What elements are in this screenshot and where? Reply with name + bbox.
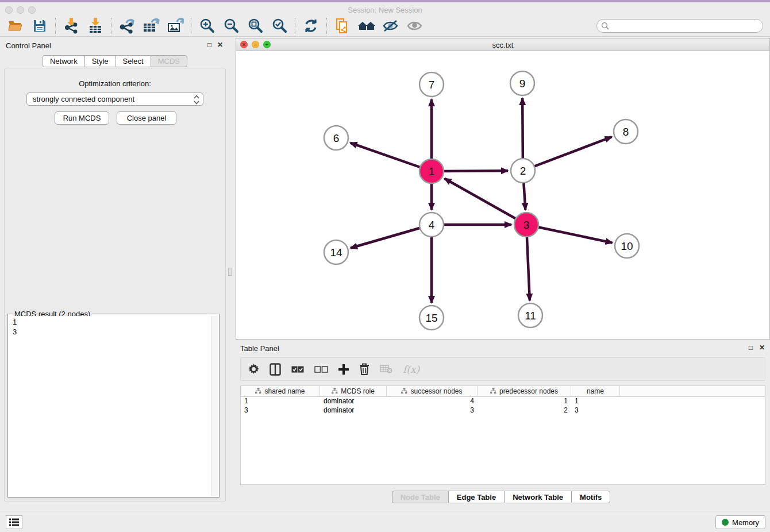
node-label-11: 11 (525, 310, 536, 322)
add-column-icon[interactable] (338, 364, 349, 375)
clone-network-icon[interactable] (333, 17, 352, 34)
tab-edge-table[interactable]: Edge Table (448, 491, 504, 503)
app-titlebar: Session: New Session (0, 0, 770, 15)
edge-1-6[interactable] (351, 143, 432, 171)
column-label: predecessor nodes (499, 387, 558, 395)
column-label: successor nodes (410, 387, 462, 395)
table-cell[interactable]: 3 (571, 406, 620, 415)
table-cell[interactable]: 3 (387, 406, 478, 415)
result-scrollbar[interactable] (211, 316, 218, 496)
table-cell[interactable]: 1 (241, 397, 320, 406)
table-rows: 1dominator4113dominator323 (241, 397, 765, 415)
open-session-icon[interactable] (6, 17, 25, 34)
mcds-result-text[interactable]: 13 (9, 316, 211, 496)
float-panel-icon[interactable]: □ (207, 41, 211, 49)
toolbar-separator (111, 18, 111, 34)
tab-network[interactable]: Network (43, 55, 84, 67)
column-header-shared-name[interactable]: shared name (241, 386, 320, 396)
memory-status-icon (722, 519, 729, 526)
hide-selected-icon[interactable] (381, 17, 401, 34)
save-session-icon[interactable] (30, 17, 49, 34)
chevron-updown-icon (193, 94, 200, 107)
deselect-all-rows-icon[interactable] (314, 366, 328, 373)
column-header-name[interactable]: name (571, 386, 620, 396)
memory-button[interactable]: Memory (715, 515, 765, 529)
control-panel-title: Control Panel (6, 41, 51, 50)
run-mcds-button[interactable]: Run MCDS (55, 111, 109, 125)
optimization-criterion-label: Optimization criterion: (5, 79, 225, 88)
table-cell[interactable]: dominator (320, 397, 387, 406)
zoom-selected-icon[interactable] (270, 17, 289, 34)
import-table-icon[interactable] (86, 17, 105, 34)
edge-3-1[interactable] (445, 179, 526, 225)
node-label-4: 4 (429, 219, 435, 231)
table-cell[interactable]: 3 (241, 406, 320, 415)
network-view-window: ✕ − + scc.txt 1234678910111415 (236, 38, 770, 340)
table-cell[interactable]: 4 (387, 397, 478, 406)
session-title: Session: New Session (0, 6, 770, 14)
table-row[interactable]: 1dominator411 (241, 397, 765, 406)
export-network-icon[interactable] (117, 17, 137, 34)
function-builder-icon[interactable]: f(x) (403, 364, 419, 375)
column-label: name (587, 387, 604, 395)
zoom-out-icon[interactable] (221, 17, 241, 34)
node-table: shared nameMCDS rolesuccessor nodesprede… (240, 385, 765, 485)
table-cell[interactable]: 1 (478, 397, 571, 406)
node-label-10: 10 (621, 240, 633, 252)
table-cell[interactable]: 1 (571, 397, 620, 406)
tab-node-table[interactable]: Node Table (392, 491, 448, 503)
edge-3-10[interactable] (526, 225, 613, 243)
tab-network-table[interactable]: Network Table (504, 491, 571, 503)
toolbar-separator (55, 18, 56, 34)
main-toolbar (0, 15, 770, 37)
float-panel-icon[interactable]: □ (749, 344, 753, 352)
task-history-button[interactable] (6, 515, 22, 529)
network-window-titlebar[interactable]: ✕ − + scc.txt (236, 38, 769, 51)
first-neighbors-icon[interactable] (357, 17, 376, 34)
tab-select[interactable]: Select (116, 55, 151, 67)
column-header-successor-nodes[interactable]: successor nodes (387, 386, 478, 396)
gear-icon[interactable] (248, 364, 259, 375)
control-panel: Control Panel □ ✕ NetworkStyleSelectMCDS… (0, 38, 230, 504)
column-header-MCDS-role[interactable]: MCDS role (320, 386, 387, 396)
table-cell[interactable]: 2 (478, 406, 571, 415)
mcds-result-box: MCDS result (2 nodes) 13 (7, 314, 220, 498)
criterion-value: strongly connected component (33, 95, 134, 103)
close-panel-icon[interactable]: ✕ (759, 344, 765, 352)
zoom-fit-icon[interactable] (245, 17, 265, 34)
tab-style[interactable]: Style (84, 55, 116, 67)
zoom-in-icon[interactable] (197, 17, 217, 34)
network-graph-canvas[interactable]: 1234678910111415 (236, 51, 769, 339)
column-type-icon (401, 388, 407, 394)
export-table-icon[interactable] (141, 17, 161, 34)
refresh-layout-icon[interactable] (301, 17, 321, 34)
close-panel-icon[interactable]: ✕ (217, 41, 223, 49)
import-network-icon[interactable] (61, 17, 81, 34)
network-window-title: scc.txt (236, 41, 769, 49)
criterion-dropdown[interactable]: strongly connected component (26, 92, 203, 106)
show-all-icon[interactable] (405, 17, 425, 34)
close-panel-button[interactable]: Close panel (117, 111, 176, 125)
table-cell[interactable]: dominator (320, 406, 387, 415)
export-image-icon[interactable] (165, 17, 185, 34)
vertical-splitter-grip[interactable] (228, 268, 232, 276)
result-line: 3 (13, 327, 211, 337)
delete-row-icon[interactable] (359, 363, 369, 375)
toolbar-separator (326, 18, 327, 34)
tab-mcds[interactable]: MCDS (151, 55, 187, 67)
node-label-15: 15 (425, 312, 437, 324)
column-header-predecessor-nodes[interactable]: predecessor nodes (478, 386, 571, 396)
column-type-icon (255, 388, 261, 394)
control-panel-tabs: NetworkStyleSelectMCDS (0, 55, 230, 67)
tab-motifs[interactable]: Motifs (571, 491, 610, 503)
table-row[interactable]: 3dominator323 (241, 406, 765, 415)
edge-2-8[interactable] (523, 137, 612, 171)
select-all-rows-icon[interactable] (291, 366, 304, 373)
search-input[interactable] (596, 19, 763, 33)
node-label-7: 7 (429, 79, 435, 91)
table-panel-title: Table Panel (240, 344, 279, 353)
toolbar-separator (191, 18, 191, 34)
node-label-2: 2 (520, 165, 526, 177)
split-columns-icon[interactable] (270, 363, 281, 376)
delete-column-icon[interactable] (380, 365, 392, 373)
